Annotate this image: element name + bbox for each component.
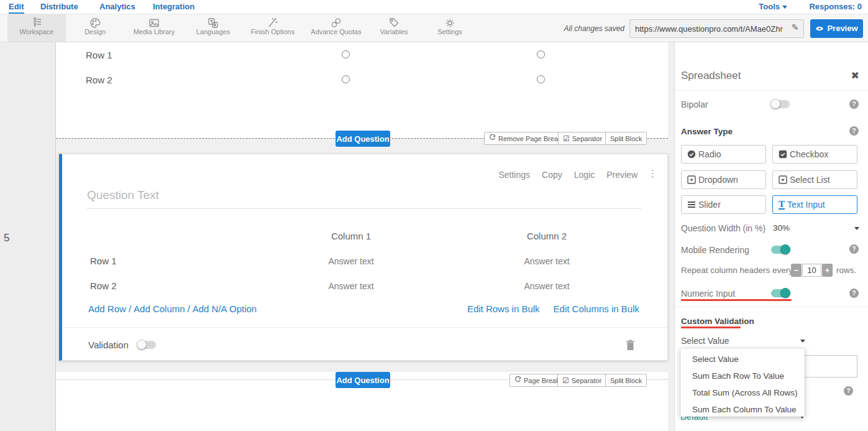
tab-workspace[interactable]: Workspace bbox=[7, 14, 66, 42]
menu-item-select-value[interactable]: Select Value bbox=[692, 355, 739, 364]
row-label[interactable]: Row 1 bbox=[90, 256, 117, 266]
tools-menu[interactable]: Tools bbox=[759, 2, 787, 11]
toggle-knob bbox=[780, 288, 790, 298]
tab-label: Advance Quotas bbox=[306, 28, 367, 35]
tab-label: Media Library bbox=[126, 28, 182, 35]
radio-option[interactable] bbox=[342, 75, 350, 83]
tab-design[interactable]: Design bbox=[71, 14, 119, 42]
row-label[interactable]: Row 2 bbox=[90, 280, 117, 291]
separator-button[interactable]: Separator bbox=[558, 132, 607, 145]
tab-media-library[interactable]: Media Library bbox=[126, 14, 182, 42]
eye-icon bbox=[815, 24, 824, 34]
panel-title: Spreadsheet bbox=[681, 70, 741, 82]
menu-item-sum-each-row[interactable]: Sum Each Row To Value bbox=[692, 371, 784, 381]
question-width-value[interactable]: 30% bbox=[773, 223, 790, 233]
numeric-input-toggle[interactable] bbox=[771, 289, 790, 297]
edit-columns-bulk-link[interactable]: Edit Columns in Bulk bbox=[554, 304, 639, 314]
nav-analytics[interactable]: Analytics bbox=[99, 2, 135, 11]
tab-settings[interactable]: Settings bbox=[426, 14, 473, 42]
mobile-rendering-toggle[interactable] bbox=[771, 246, 790, 254]
tab-languages[interactable]: Languages bbox=[190, 14, 237, 42]
bipolar-toggle[interactable] bbox=[771, 100, 790, 108]
answer-cell[interactable]: Answer text bbox=[301, 256, 401, 266]
column-header[interactable]: Column 1 bbox=[301, 231, 401, 241]
edit-url-icon[interactable]: ✎ bbox=[792, 22, 799, 32]
nav-integration[interactable]: Integration bbox=[153, 2, 194, 11]
repeat-rows-input[interactable] bbox=[802, 264, 821, 277]
page-break-button[interactable]: Page Break bbox=[509, 374, 564, 387]
workspace-icon bbox=[7, 14, 66, 29]
nav-edit[interactable]: Edit bbox=[9, 2, 24, 14]
bipolar-help-icon[interactable] bbox=[849, 100, 859, 109]
question-settings-link[interactable]: Settings bbox=[498, 170, 530, 180]
answer-type-label: Answer Type bbox=[681, 127, 733, 136]
tab-advance-quotas[interactable]: Advance Quotas bbox=[306, 14, 367, 42]
kebab-menu-icon[interactable]: ⋮ bbox=[648, 168, 657, 179]
radio-option[interactable] bbox=[537, 75, 545, 83]
add-links: Add Row/Add Column/Add N/A Option bbox=[88, 304, 257, 314]
edit-rows-bulk-link[interactable]: Edit Rows in Bulk bbox=[467, 304, 540, 314]
split-block-button[interactable]: Split Block bbox=[605, 132, 647, 145]
validation-help-icon[interactable] bbox=[844, 386, 853, 396]
add-column-link[interactable]: Add Column bbox=[134, 304, 185, 314]
answer-cell[interactable]: Answer text bbox=[301, 281, 401, 291]
caret-down-icon[interactable] bbox=[800, 340, 805, 343]
radio-option[interactable] bbox=[537, 50, 545, 58]
answer-type-label-text: Radio bbox=[698, 149, 721, 159]
text-input-icon: T bbox=[779, 200, 785, 210]
responses-count[interactable]: Responses: 0 bbox=[809, 2, 862, 11]
survey-url-input[interactable] bbox=[629, 19, 804, 38]
nav-distribute[interactable]: Distribute bbox=[40, 2, 78, 11]
validation-toggle[interactable] bbox=[137, 341, 156, 349]
button-label: Split Block bbox=[610, 135, 642, 142]
separator-button[interactable]: Separator bbox=[557, 374, 606, 387]
preview-button[interactable]: Preview bbox=[810, 19, 863, 38]
question-logic-link[interactable]: Logic bbox=[574, 170, 595, 180]
menu-item-total-sum[interactable]: Total Sum (Across All Rows) bbox=[692, 388, 798, 397]
answer-type-help-icon[interactable] bbox=[849, 126, 859, 136]
link-separator: / bbox=[185, 304, 193, 314]
split-block-button[interactable]: Split Block bbox=[605, 374, 647, 387]
add-na-option-link[interactable]: Add N/A Option bbox=[193, 304, 257, 314]
validation-select[interactable]: Select Value bbox=[681, 336, 729, 346]
previous-question-block: Row 1 Row 2 bbox=[56, 42, 668, 138]
answer-type-slider[interactable]: Slider bbox=[681, 195, 766, 214]
caret-down-icon bbox=[782, 6, 787, 9]
numeric-input-help-icon[interactable] bbox=[849, 289, 859, 298]
toggle-knob bbox=[770, 99, 780, 109]
close-icon[interactable]: ✖ bbox=[851, 70, 859, 81]
validation-dropdown-menu: Select Value Sum Each Row To Value Total… bbox=[680, 348, 805, 417]
answer-cell[interactable]: Answer text bbox=[497, 256, 596, 266]
radio-option[interactable] bbox=[342, 50, 350, 58]
checkbox-checked-icon bbox=[563, 134, 570, 143]
increment-button[interactable]: + bbox=[822, 264, 833, 277]
add-row-link[interactable]: Add Row bbox=[88, 304, 126, 314]
question-preview-link[interactable]: Preview bbox=[606, 170, 637, 180]
question-text-input[interactable]: Question Text bbox=[87, 188, 641, 209]
card-divider bbox=[62, 327, 667, 328]
tab-variables[interactable]: Variables bbox=[370, 14, 418, 42]
image-icon bbox=[126, 14, 182, 29]
tag-icon bbox=[370, 14, 418, 29]
decrement-button[interactable]: − bbox=[791, 264, 802, 277]
numeric-input-label: Numeric Input bbox=[681, 289, 735, 299]
answer-type-text-input[interactable]: TText Input bbox=[772, 195, 857, 214]
mobile-rendering-help-icon[interactable] bbox=[849, 244, 859, 254]
answer-type-radio[interactable]: Radio bbox=[681, 145, 766, 164]
button-label: Remove Page Break bbox=[498, 135, 562, 142]
remove-page-break-button[interactable]: Remove Page Break bbox=[484, 132, 567, 145]
answer-type-label-text: Dropdown bbox=[698, 175, 738, 185]
add-question-button[interactable]: Add Question bbox=[336, 372, 390, 388]
tab-finish-options[interactable]: Finish Options bbox=[244, 14, 301, 42]
delete-question-icon[interactable] bbox=[626, 340, 635, 353]
tab-label: Languages bbox=[190, 28, 237, 35]
menu-item-sum-each-column[interactable]: Sum Each Column To Value bbox=[692, 405, 797, 414]
add-question-button[interactable]: Add Question bbox=[336, 131, 390, 147]
answer-type-checkbox[interactable]: Checkbox bbox=[772, 145, 857, 164]
answer-type-select-list[interactable]: Select List bbox=[772, 170, 857, 189]
question-copy-link[interactable]: Copy bbox=[542, 170, 562, 180]
caret-down-icon[interactable] bbox=[854, 227, 859, 230]
answer-cell[interactable]: Answer text bbox=[497, 281, 596, 291]
column-header[interactable]: Column 2 bbox=[497, 231, 596, 241]
answer-type-dropdown[interactable]: Dropdown bbox=[681, 170, 766, 189]
